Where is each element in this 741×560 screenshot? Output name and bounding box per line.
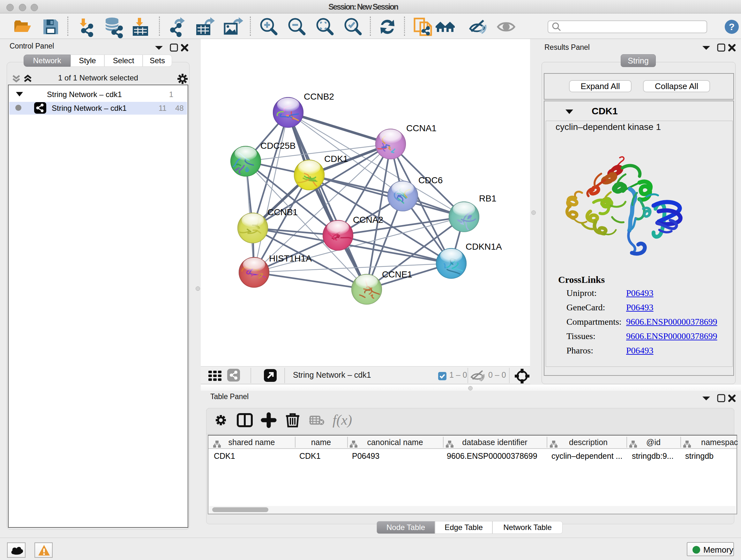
svg-text:CCNA2: CCNA2 [353,215,383,225]
svg-text:CCNB2: CCNB2 [304,91,334,102]
svg-text:?: ? [729,21,735,32]
svg-text:RB1: RB1 [479,193,496,203]
svg-text:CDC6: CDC6 [418,175,443,185]
svg-text:CDK1: CDK1 [324,154,348,164]
svg-text:f(x): f(x) [333,412,352,428]
svg-text:CCNB1: CCNB1 [267,207,298,217]
svg-text:CCNE1: CCNE1 [382,269,412,279]
svg-text:CCNA1: CCNA1 [406,123,436,133]
svg-text:CDC25B: CDC25B [260,141,295,151]
svg-text:HIST1H1A: HIST1H1A [269,253,312,263]
svg-text:CDKN1A: CDKN1A [466,242,502,252]
